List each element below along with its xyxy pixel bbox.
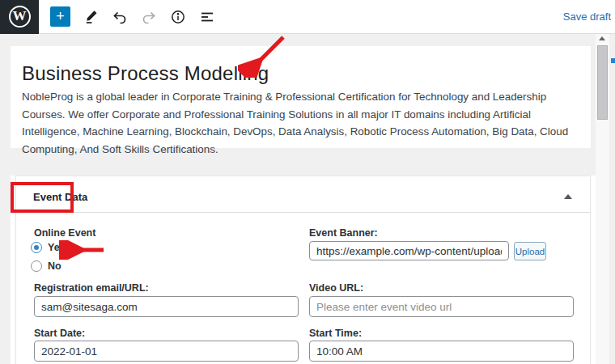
edit-mode-pencil-icon[interactable]	[82, 8, 100, 26]
save-draft-button[interactable]: Save draft	[563, 11, 611, 23]
online-event-radio-no[interactable]: No	[31, 260, 62, 272]
event-data-title: Event Data	[33, 191, 87, 203]
redo-icon[interactable]	[140, 8, 158, 26]
wordpress-logo[interactable]: W	[0, 0, 39, 34]
editor-topbar: W + Save draft	[0, 0, 615, 34]
list-view-icon[interactable]	[198, 8, 216, 26]
scrollbar-up-icon[interactable]	[599, 36, 605, 40]
video-url-input[interactable]	[309, 296, 574, 317]
add-block-button[interactable]: +	[50, 6, 70, 27]
radio-yes-label: Yes	[48, 242, 66, 253]
wordpress-logo-icon: W	[9, 6, 31, 28]
radio-no-label: No	[48, 260, 62, 272]
event-data-fields: Online Event Yes No Event Banner: Upload…	[16, 213, 590, 364]
online-event-radio-yes[interactable]: Yes	[31, 242, 66, 253]
upload-button[interactable]: Upload	[514, 242, 546, 260]
radio-yes-icon[interactable]	[31, 242, 42, 253]
blue-marker	[611, 58, 615, 63]
post-edit-card: Business Process Modelling NobleProg is …	[11, 46, 591, 148]
event-data-header[interactable]: Event Data	[16, 176, 590, 213]
metabox-area: Event Data Online Event Yes No Event Ban…	[11, 176, 596, 364]
collapse-panel-icon[interactable]	[564, 194, 572, 199]
start-time-label: Start Time:	[309, 328, 362, 339]
start-date-input[interactable]	[34, 341, 299, 362]
scrollbar-thumb[interactable]	[597, 45, 608, 120]
registration-label: Registration email/URL:	[34, 282, 149, 294]
event-banner-label: Event Banner:	[309, 227, 378, 239]
start-time-input[interactable]	[309, 341, 574, 362]
scrollbar-track[interactable]	[596, 34, 609, 364]
event-data-metabox: Event Data Online Event Yes No Event Ban…	[15, 176, 591, 364]
video-url-label: Video URL:	[309, 282, 363, 294]
registration-input[interactable]	[34, 296, 299, 317]
event-banner-input[interactable]	[309, 241, 509, 260]
start-date-label: Start Date:	[34, 328, 85, 339]
info-icon[interactable]	[169, 8, 187, 26]
radio-no-icon[interactable]	[31, 260, 42, 272]
undo-icon[interactable]	[111, 8, 129, 26]
online-event-label: Online Event	[34, 227, 95, 239]
post-body-paragraph[interactable]: NobleProg is a global leader in Corporat…	[22, 88, 584, 158]
post-title[interactable]: Business Process Modelling	[22, 62, 269, 85]
